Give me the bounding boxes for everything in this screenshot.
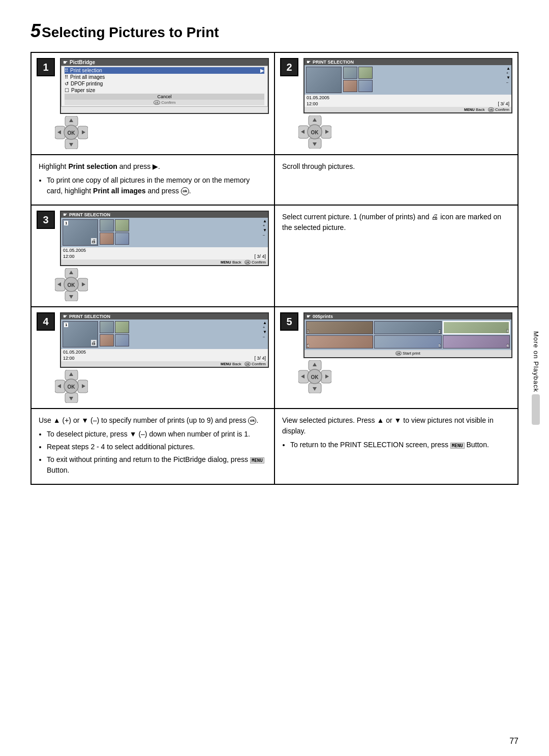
cell-text4: Use ▲ (+) or ▼ (–) to specify number of …	[31, 409, 274, 484]
thumb-4-4	[115, 334, 129, 346]
step-badge-4: 4	[37, 312, 55, 331]
lcd1-header: ☛ PictBridge	[61, 59, 268, 66]
lcd-4: ☛ PRINT SELECTION 🖨 1	[60, 312, 269, 368]
cell-text1: Highlight Print selection and press ▶. T…	[31, 155, 274, 205]
menu-button-ref-4: MENU	[250, 457, 264, 463]
photo5-2: 2	[374, 321, 441, 334]
text-block-3: Select current picture. 1 (number of pri…	[282, 212, 510, 233]
photo5-5: 5	[374, 335, 441, 348]
text-block-2: Scroll through pictures.	[282, 161, 510, 172]
print-count: 1	[64, 221, 68, 225]
scroll-arrows-3: ▲ + ▼ –	[263, 219, 267, 237]
step-badge-2: 2	[280, 58, 298, 76]
dpad-4: OK	[55, 370, 88, 403]
ok-icon-1: ok	[181, 187, 189, 195]
playback-tab	[532, 394, 540, 425]
page-number: 77	[509, 737, 518, 746]
photo5-4: 4	[306, 335, 373, 348]
main-grid: 1 ☛ PictBridge ⠿ Print selection ▶	[30, 52, 518, 485]
lcd5-header: ☛ 005prints	[304, 313, 511, 319]
lcd1-title: PictBridge	[70, 60, 95, 65]
lcd5-photos: 1 2 3 4 5	[304, 319, 511, 350]
lcd1-menu: ⠿ Print selection ▶ ⠿ Print all images ↺…	[61, 66, 268, 107]
lcd3-photos: 🖨 1	[61, 218, 268, 247]
photo5-1: 1	[306, 321, 373, 334]
cell-text5: View selected pictures. Press ▲ or ▼ to …	[274, 409, 518, 484]
lcd5-nav: ok Start print	[304, 350, 511, 357]
cell-step2: 2 ☛ PRINT SELECTION	[274, 52, 518, 155]
print-icon: 🖨	[91, 238, 97, 244]
thumb-3-1	[100, 219, 114, 231]
lcd3-info2: 12:00 [ 3/ 4]	[61, 253, 268, 259]
photo-thumbs-right	[343, 67, 510, 93]
cell-text2: Scroll through pictures.	[274, 155, 518, 205]
menu-icon-grid2: ⠿	[65, 74, 68, 80]
menu-item-paper: ☐ Paper size	[65, 87, 264, 94]
lcd3-header: ☛ PRINT SELECTION	[61, 212, 268, 218]
thumb-4-1	[100, 321, 114, 333]
photo-large-3: 🖨 1	[63, 219, 98, 246]
wifi-icon-2: ☛	[307, 60, 311, 65]
thumb-2	[358, 67, 373, 79]
svg-text:OK: OK	[68, 130, 76, 136]
svg-text:OK: OK	[311, 130, 319, 135]
menu-item-print-all: ⠿ Print all images	[65, 74, 264, 80]
photo-large-4: 🖨 1	[63, 321, 98, 347]
menu-item-dpof: ↺ DPOF printing	[65, 80, 264, 87]
lcd4-info: 01.05.2005	[61, 349, 268, 355]
menu-confirm: ok Confirm	[65, 100, 264, 105]
thumb-3	[343, 80, 357, 92]
scroll-arrows-4: ▲ + ▼ –	[263, 321, 267, 338]
scroll-arrows: ▲ + ▼ –	[506, 66, 510, 84]
photo5-6: 6	[443, 335, 510, 348]
lcd-5: ☛ 005prints 1 2 3	[303, 312, 512, 358]
photo-large	[306, 67, 342, 93]
wifi-icon: ☛	[63, 60, 68, 65]
menu-icon-rotate: ↺	[65, 81, 69, 86]
lcd2-info2: 12:00 [ 3/ 4]	[304, 101, 511, 107]
menu-cancel: Cancel	[65, 94, 264, 100]
lcd-2: ☛ PRINT SELECTION	[303, 58, 512, 113]
svg-text:OK: OK	[311, 374, 319, 380]
menu-button-ref-5: MENU	[450, 443, 465, 449]
lcd4-photos: 🖨 1	[61, 319, 268, 349]
thumb-3-3	[100, 232, 114, 245]
page-title: 5Selecting Pictures to Print	[30, 20, 518, 42]
lcd4-header: ☛ PRINT SELECTION	[61, 313, 268, 319]
svg-text:OK: OK	[68, 384, 76, 390]
dpad-3: OK	[55, 268, 88, 301]
print-count-4: 1	[64, 323, 68, 327]
menu-item-print-selection: ⠿ Print selection ▶	[65, 67, 264, 74]
lcd3-info: 01.05.2005	[61, 247, 268, 253]
lcd2-photos: ▲ + ▼ –	[304, 65, 511, 95]
title-text: Selecting Pictures to Print	[42, 24, 219, 41]
cell-step3: 3 ☛ PRINT SELECTION 🖨 1	[31, 205, 274, 307]
lcd4-info2: 12:00 [ 3/ 4]	[61, 355, 268, 361]
dpad-1: OK	[55, 116, 88, 149]
photo5-3: 3	[443, 321, 510, 334]
step-badge-3: 3	[37, 211, 55, 229]
thumb-4	[358, 80, 373, 92]
thumb-4-3	[100, 334, 114, 346]
step-badge-1: 1	[37, 58, 55, 76]
lcd3-nav: MENU Back ok Confirm	[61, 259, 268, 265]
cell-step4: 4 ☛ PRINT SELECTION 🖨 1	[31, 307, 274, 409]
thumb-4-2	[115, 321, 129, 333]
dpad-2: OK	[298, 115, 331, 149]
svg-text:OK: OK	[68, 282, 76, 288]
cell-text3: Select current picture. 1 (number of pri…	[274, 205, 518, 307]
text-block-1: Highlight Print selection and press ▶. T…	[39, 161, 267, 196]
menu-icon-square: ☐	[65, 88, 69, 93]
dpad-5: OK	[298, 360, 331, 393]
thumb-1	[343, 67, 357, 79]
print-icon-4: 🖨	[91, 340, 97, 346]
lcd2-info: 01.05.2005	[304, 95, 511, 101]
more-on-playback: More on Playback	[532, 331, 540, 425]
lcd4-nav: MENU Back ok Confirm	[61, 361, 268, 367]
menu-icon-grid: ⠿	[65, 68, 68, 73]
cell-step1: 1 ☛ PictBridge ⠿ Print selection ▶	[31, 52, 274, 155]
lcd-3: ☛ PRINT SELECTION 🖨 1	[60, 211, 269, 266]
title-number: 5	[30, 20, 41, 42]
printer-icon: 🖨	[431, 213, 438, 221]
lcd2-header: ☛ PRINT SELECTION	[304, 59, 511, 65]
